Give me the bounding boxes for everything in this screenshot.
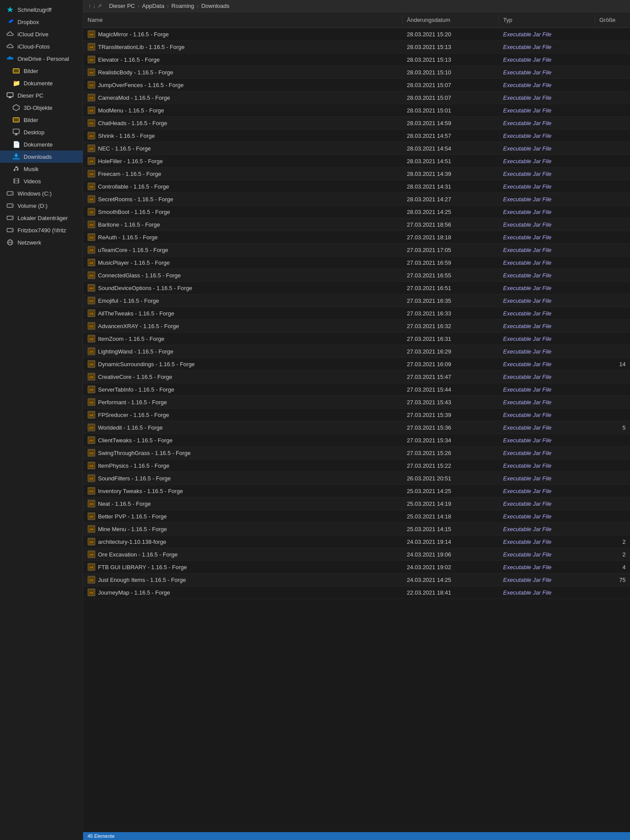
breadcrumb-item-2[interactable]: Roaming	[172, 3, 194, 9]
table-row[interactable]: JARMagicMirror - 1.16.5 - Forge28.03.202…	[83, 28, 630, 41]
sidebar-item-fritzbox[interactable]: Fritzbox7490 (\\fritz	[0, 224, 83, 236]
sidebar-item-netzwerk[interactable]: Netzwerk	[0, 236, 83, 248]
table-row[interactable]: JARDynamicSurroundings - 1.16.5 - Forge2…	[83, 358, 630, 371]
sidebar-item-desktop[interactable]: Desktop	[0, 126, 83, 138]
sidebar-item-3d-objekte[interactable]: 3D-Objekte	[0, 102, 83, 114]
file-size-16	[595, 231, 630, 243]
table-row[interactable]: JARHoleFiller - 1.16.5 - Forge28.03.2021…	[83, 155, 630, 168]
svg-text:JAR: JAR	[89, 186, 94, 188]
table-row[interactable]: JARCameraMod - 1.16.5 - Forge28.03.2021 …	[83, 91, 630, 104]
file-date-23: 27.03.2021 16:32	[402, 320, 499, 332]
column-date[interactable]: Änderungsdatum	[402, 14, 499, 26]
column-size[interactable]: Größe	[595, 14, 630, 26]
table-row[interactable]: JARRealisticBody - 1.16.5 - Forge28.03.2…	[83, 66, 630, 79]
table-row[interactable]: JARServerTabInfo - 1.16.5 - Forge27.03.2…	[83, 383, 630, 396]
sidebar-item-volume-d[interactable]: Volume (D:)	[0, 200, 83, 212]
table-row[interactable]: JARSoundFilters - 1.16.5 - Forge26.03.20…	[83, 472, 630, 485]
file-icon-28: JAR	[88, 385, 95, 393]
sidebar-item-bilder-od[interactable]: Bilder	[0, 65, 83, 77]
file-icon-31: JAR	[88, 424, 95, 431]
breadcrumb-item-1[interactable]: AppData	[142, 3, 164, 9]
breadcrumb: ↑ ↓ ↗Dieser PC › AppData › Roaming › Dow…	[83, 0, 630, 12]
table-row[interactable]: JARControllable - 1.16.5 - Forge28.03.20…	[83, 180, 630, 193]
table-row[interactable]: JARAllTheTweaks - 1.16.5 - Forge27.03.20…	[83, 307, 630, 320]
column-name[interactable]: Name	[83, 14, 402, 26]
table-row[interactable]: JARNeat - 1.16.5 - Forge25.03.2021 14:19…	[83, 497, 630, 510]
file-size-31: 5	[595, 421, 630, 434]
table-row[interactable]: JARJumpOverFences - 1.16.5 - Forge28.03.…	[83, 79, 630, 91]
table-row[interactable]: JARarchitectury-1.10.138-forge24.03.2021…	[83, 536, 630, 548]
sidebar-item-onedrive[interactable]: OneDrive - Personal	[0, 52, 83, 65]
table-row[interactable]: JARuTeamCore - 1.16.5 - Forge27.03.2021 …	[83, 244, 630, 256]
sidebar-item-icloud-drive[interactable]: iCloud Drive	[0, 28, 83, 40]
table-row[interactable]: JARSmoothBoot - 1.16.5 - Forge28.03.2021…	[83, 206, 630, 218]
breadcrumb-separator-0: ›	[137, 3, 139, 9]
table-row[interactable]: JARConnectedGlass - 1.16.5 - Forge27.03.…	[83, 269, 630, 282]
table-row[interactable]: JARFreecam - 1.16.5 - Forge28.03.2021 14…	[83, 168, 630, 180]
sidebar-item-windows-c[interactable]: Windows (C:)	[0, 187, 83, 200]
svg-point-19	[11, 217, 12, 218]
file-date-25: 27.03.2021 16:29	[402, 345, 499, 357]
file-icon-3: JAR	[88, 68, 95, 76]
table-row[interactable]: JARItemPhysics - 1.16.5 - Forge27.03.202…	[83, 459, 630, 472]
column-type[interactable]: Typ	[499, 14, 595, 26]
table-row[interactable]: JARItemZoom - 1.16.5 - Forge27.03.2021 1…	[83, 332, 630, 345]
table-row[interactable]: JARJourneyMap - 1.16.5 - Forge22.03.2021…	[83, 586, 630, 599]
sidebar-item-dokumente-od[interactable]: 📁Dokumente	[0, 77, 83, 89]
sidebar-item-videos[interactable]: 🎞Videos	[0, 175, 83, 187]
breadcrumb-item-0[interactable]: Dieser PC	[109, 3, 135, 9]
table-row[interactable]: JARWorldedit - 1.16.5 - Forge27.03.2021 …	[83, 421, 630, 434]
file-date-30: 27.03.2021 15:39	[402, 409, 499, 421]
table-row[interactable]: JARPerformant - 1.16.5 - Forge27.03.2021…	[83, 396, 630, 409]
table-row[interactable]: JARSwingThroughGrass - 1.16.5 - Forge27.…	[83, 447, 630, 459]
table-row[interactable]: JARSoundDeviceOptions - 1.16.5 - Forge27…	[83, 282, 630, 294]
svg-marker-6	[13, 105, 19, 111]
sidebar-item-dropbox[interactable]: Dropbox	[0, 16, 83, 28]
file-size-42: 4	[595, 561, 630, 573]
file-name-39: JARMine Menu - 1.16.5 - Forge	[83, 523, 402, 535]
table-row[interactable]: JARBaritone - 1.16.5 - Forge27.03.2021 1…	[83, 218, 630, 231]
table-row[interactable]: JARTRansliterationLib - 1.16.5 - Forge28…	[83, 41, 630, 53]
file-date-12: 28.03.2021 14:31	[402, 180, 499, 192]
table-row[interactable]: JARMusicPlayer - 1.16.5 - Forge27.03.202…	[83, 256, 630, 269]
table-row[interactable]: JARAdvancenXRAY - 1.16.5 - Forge27.03.20…	[83, 320, 630, 332]
sidebar-label-bilder-pc: Bilder	[24, 117, 38, 123]
table-row[interactable]: JARInventory Tweaks - 1.16.5 - Forge25.0…	[83, 485, 630, 497]
sidebar-item-musik[interactable]: Musik	[0, 163, 83, 175]
table-row[interactable]: JAREmojiful - 1.16.5 - Forge27.03.2021 1…	[83, 294, 630, 307]
file-name-17: JARuTeamCore - 1.16.5 - Forge	[83, 244, 402, 256]
file-date-24: 27.03.2021 16:31	[402, 332, 499, 345]
file-name-10: JARHoleFiller - 1.16.5 - Forge	[83, 155, 402, 167]
table-row[interactable]: JARSecretRooms - 1.16.5 - Forge28.03.202…	[83, 193, 630, 206]
table-row[interactable]: JARChatHeads - 1.16.5 - Forge28.03.2021 …	[83, 117, 630, 130]
sidebar-item-schnellzugriff[interactable]: Schnellzugriff	[0, 4, 83, 16]
file-name-text-2: Elevator - 1.16.5 - Forge	[98, 56, 160, 63]
sidebar-item-dieser-pc[interactable]: Dieser PC	[0, 89, 83, 102]
file-name-text-6: ModMenu - 1.16.5 - Forge	[98, 107, 164, 114]
svg-text:JAR: JAR	[89, 211, 94, 214]
file-name-11: JARFreecam - 1.16.5 - Forge	[83, 168, 402, 180]
table-row[interactable]: JARLightingWand - 1.16.5 - Forge27.03.20…	[83, 345, 630, 358]
table-row[interactable]: JARClientTweaks - 1.16.5 - Forge27.03.20…	[83, 434, 630, 447]
table-row[interactable]: JARBetter PVP - 1.16.5 - Forge25.03.2021…	[83, 510, 630, 523]
file-date-28: 27.03.2021 15:44	[402, 383, 499, 396]
table-row[interactable]: JARFTB GUI LIBRARY - 1.16.5 - Forge24.03…	[83, 561, 630, 574]
sidebar-item-icloud-fotos[interactable]: iCloud-Fotos	[0, 40, 83, 52]
sidebar-item-downloads[interactable]: Downloads	[0, 150, 83, 163]
table-row[interactable]: JARFPSreducer - 1.16.5 - Forge27.03.2021…	[83, 409, 630, 421]
table-row[interactable]: JARNEC - 1.16.5 - Forge28.03.2021 14:54E…	[83, 142, 630, 155]
table-row[interactable]: JARShrink - 1.16.5 - Forge28.03.2021 14:…	[83, 130, 630, 142]
table-row[interactable]: JAROre Excavation - 1.16.5 - Forge24.03.…	[83, 548, 630, 561]
breadcrumb-item-3[interactable]: Downloads	[201, 3, 229, 9]
table-row[interactable]: JARCreativeCore - 1.16.5 - Forge27.03.20…	[83, 371, 630, 383]
table-row[interactable]: JARReAuth - 1.16.5 - Forge27.03.2021 18:…	[83, 231, 630, 244]
table-row[interactable]: JARMine Menu - 1.16.5 - Forge25.03.2021 …	[83, 523, 630, 536]
sidebar-item-bilder-pc[interactable]: Bilder	[0, 114, 83, 126]
file-name-1: JARTRansliterationLib - 1.16.5 - Forge	[83, 41, 402, 53]
sidebar-item-lokaler-datentraeger[interactable]: Lokaler Datenträger	[0, 212, 83, 224]
table-row[interactable]: JARElevator - 1.16.5 - Forge28.03.2021 1…	[83, 53, 630, 66]
table-row[interactable]: JARModMenu - 1.16.5 - Forge28.03.2021 15…	[83, 104, 630, 117]
table-row[interactable]: JARJust Enough Items - 1.16.5 - Forge24.…	[83, 574, 630, 586]
sidebar-item-dokumente-pc[interactable]: 📄Dokumente	[0, 138, 83, 150]
file-size-1	[595, 41, 630, 53]
